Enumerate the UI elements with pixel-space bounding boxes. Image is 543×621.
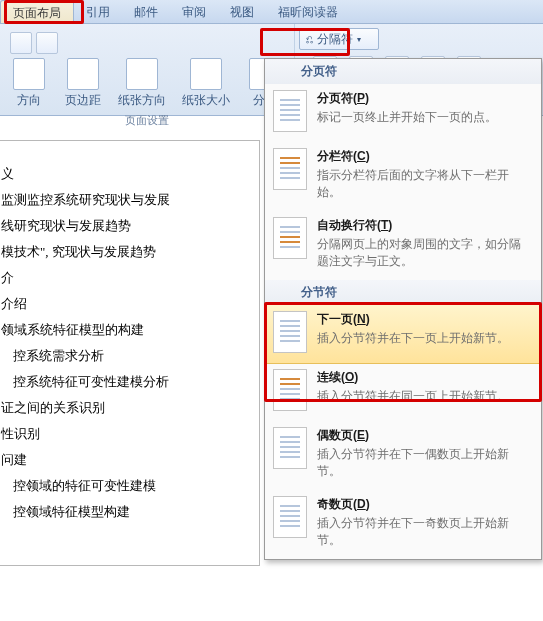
doc-line: 问建	[1, 447, 249, 473]
menu-title: 自动换行符(T)	[317, 217, 531, 234]
size-label: 纸张大小	[182, 92, 230, 109]
breaks-dropdown-menu: 分页符 分页符(P) 标记一页终止并开始下一页的点。 分栏符(C) 指示分栏符后…	[264, 58, 542, 560]
ribbon-tabs: 页面布局 引用 邮件 审阅 视图 福昕阅读器	[0, 0, 543, 24]
menu-item-odd-page[interactable]: 奇数页(D) 插入分节符并在下一奇数页上开始新节。	[265, 490, 541, 559]
breaks-icon: ⎌	[306, 32, 313, 46]
tab-foxit[interactable]: 福昕阅读器	[266, 0, 350, 23]
tab-mail[interactable]: 邮件	[122, 0, 170, 23]
group-label-page-setup: 页面设置	[125, 113, 169, 128]
document-page[interactable]: 义 监测监控系统研究现状与发展 线研究现状与发展趋势 模技术", 究现状与发展趋…	[0, 140, 260, 566]
breaks-button[interactable]: ⎌ 分隔符 ▾	[299, 28, 379, 50]
doc-line: 介绍	[1, 291, 249, 317]
margins-button[interactable]: 页边距	[60, 56, 106, 109]
doc-line: 模技术", 究现状与发展趋势	[1, 239, 249, 265]
menu-title: 连续(O)	[317, 369, 531, 386]
menu-item-column-break[interactable]: 分栏符(C) 指示分栏符后面的文字将从下一栏开始。	[265, 142, 541, 211]
orientation-button[interactable]: 纸张方向	[114, 56, 170, 109]
orientation-label: 纸张方向	[118, 92, 166, 109]
menu-title: 下一页(N)	[317, 311, 531, 328]
tab-review[interactable]: 审阅	[170, 0, 218, 23]
margins-icon	[67, 58, 99, 90]
menu-title: 奇数页(D)	[317, 496, 531, 513]
doc-line: 性识别	[1, 421, 249, 447]
menu-title: 分页符(P)	[317, 90, 531, 107]
text-wrapping-icon	[273, 217, 307, 259]
doc-line: 控系统需求分析	[1, 343, 249, 369]
text-direction-icon	[13, 58, 45, 90]
menu-item-continuous[interactable]: 连续(O) 插入分节符并在同一页上开始新节。	[265, 363, 541, 421]
menu-desc: 插入分节符并在下一页上开始新节。	[317, 330, 531, 347]
menu-title: 分栏符(C)	[317, 148, 531, 165]
size-icon	[190, 58, 222, 90]
menu-item-next-page[interactable]: 下一页(N) 插入分节符并在下一页上开始新节。	[264, 304, 542, 364]
themes-effects-icon[interactable]	[36, 32, 58, 54]
text-direction-button[interactable]: 方向	[6, 56, 52, 109]
doc-line: 线研究现状与发展趋势	[1, 213, 249, 239]
menu-desc: 插入分节符并在同一页上开始新节。	[317, 388, 531, 405]
doc-line: 控领域的特征可变性建模	[1, 473, 249, 499]
next-page-icon	[273, 311, 307, 353]
page-break-icon	[273, 90, 307, 132]
tab-page-layout[interactable]: 页面布局	[0, 0, 74, 23]
size-button[interactable]: 纸张大小	[178, 56, 234, 109]
menu-item-even-page[interactable]: 偶数页(E) 插入分节符并在下一偶数页上开始新节。	[265, 421, 541, 490]
chevron-down-icon: ▾	[357, 35, 361, 44]
menu-item-text-wrapping[interactable]: 自动换行符(T) 分隔网页上的对象周围的文字，如分隔题注文字与正文。	[265, 211, 541, 280]
doc-line: 介	[1, 265, 249, 291]
orientation-icon	[126, 58, 158, 90]
menu-desc: 指示分栏符后面的文字将从下一栏开始。	[317, 167, 531, 201]
doc-line: 控领域特征模型构建	[1, 499, 249, 525]
doc-line: 控系统特征可变性建模分析	[1, 369, 249, 395]
menu-header-section-breaks: 分节符	[265, 280, 541, 305]
doc-line: 监测监控系统研究现状与发展	[1, 187, 249, 213]
menu-desc: 插入分节符并在下一偶数页上开始新节。	[317, 446, 531, 480]
text-direction-label: 方向	[17, 92, 41, 109]
breaks-label: 分隔符	[317, 31, 353, 48]
column-break-icon	[273, 148, 307, 190]
themes-font-icon[interactable]	[10, 32, 32, 54]
menu-item-page-break[interactable]: 分页符(P) 标记一页终止并开始下一页的点。	[265, 84, 541, 142]
menu-desc: 分隔网页上的对象周围的文字，如分隔题注文字与正文。	[317, 236, 531, 270]
menu-header-page-breaks: 分页符	[265, 59, 541, 84]
menu-desc: 插入分节符并在下一奇数页上开始新节。	[317, 515, 531, 549]
doc-line: 义	[1, 161, 249, 187]
continuous-icon	[273, 369, 307, 411]
menu-desc: 标记一页终止并开始下一页的点。	[317, 109, 531, 126]
doc-line: 领域系统特征模型的构建	[1, 317, 249, 343]
menu-title: 偶数页(E)	[317, 427, 531, 444]
margins-label: 页边距	[65, 92, 101, 109]
even-page-icon	[273, 427, 307, 469]
tab-references[interactable]: 引用	[74, 0, 122, 23]
odd-page-icon	[273, 496, 307, 538]
tab-view[interactable]: 视图	[218, 0, 266, 23]
doc-line: 证之间的关系识别	[1, 395, 249, 421]
